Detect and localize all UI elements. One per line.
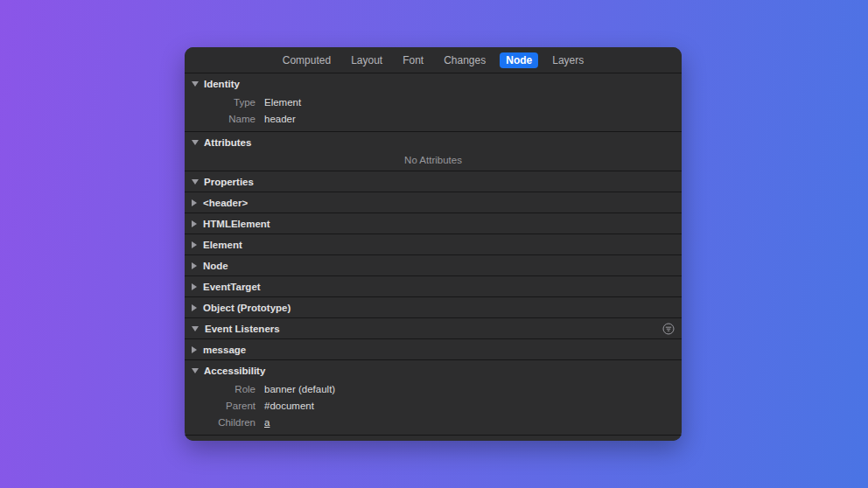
disclosure-triangle-right-icon — [192, 262, 197, 269]
accessibility-section-header[interactable]: Accessibility — [185, 360, 682, 380]
property-group-label: Object (Prototype) — [203, 303, 290, 313]
disclosure-triangle-right-icon — [192, 346, 197, 353]
tab-changes[interactable]: Changes — [438, 52, 492, 68]
accessibility-children-label: Children — [185, 417, 256, 428]
disclosure-triangle-right-icon — [192, 199, 197, 206]
properties-section-header[interactable]: Properties — [185, 171, 682, 192]
properties-section: Properties — [185, 171, 682, 192]
inspector-details-panel: Computed Layout Font Changes Node Layers… — [185, 47, 682, 441]
identity-type-value: Element — [264, 97, 301, 108]
event-listeners-section-title: Event Listeners — [205, 324, 280, 334]
disclosure-triangle-down-icon — [192, 81, 199, 87]
identity-section-title: Identity — [204, 79, 240, 89]
disclosure-triangle-right-icon — [192, 304, 197, 311]
event-listeners-filter-button[interactable] — [662, 322, 676, 336]
no-attributes-note: No Attributes — [185, 152, 682, 171]
disclosure-triangle-down-icon — [192, 179, 199, 185]
accessibility-role-row: Role banner (default) — [185, 380, 682, 397]
property-group-label: Element — [203, 240, 242, 250]
properties-section-title: Properties — [204, 177, 254, 187]
filter-options-icon — [662, 323, 675, 335]
event-listener-group-label: message — [203, 345, 246, 355]
tab-layers[interactable]: Layers — [546, 52, 590, 68]
accessibility-section-title: Accessibility — [204, 366, 265, 376]
attributes-section-title: Attributes — [204, 137, 251, 148]
identity-section: Identity Type Element Name header — [185, 73, 682, 132]
tab-layout[interactable]: Layout — [345, 52, 388, 68]
accessibility-role-label: Role — [185, 384, 256, 394]
property-group-node[interactable]: Node — [185, 255, 682, 276]
disclosure-triangle-right-icon — [192, 220, 197, 227]
accessibility-rows: Role banner (default) Parent #document C… — [185, 380, 682, 435]
identity-name-value: header — [264, 114, 296, 124]
property-group-label: EventTarget — [203, 282, 261, 292]
attributes-section-header[interactable]: Attributes — [185, 132, 682, 152]
event-listener-group-message[interactable]: message — [185, 339, 682, 360]
disclosure-triangle-right-icon — [192, 283, 197, 290]
identity-section-header[interactable]: Identity — [185, 73, 682, 94]
identity-type-row: Type Element — [185, 94, 682, 110]
property-group-label: <header> — [203, 198, 248, 208]
property-group-header-element[interactable]: <header> — [185, 192, 682, 213]
disclosure-triangle-down-icon — [192, 140, 199, 145]
identity-rows: Type Element Name header — [185, 94, 682, 131]
property-group-object-prototype[interactable]: Object (Prototype) — [185, 297, 682, 318]
accessibility-parent-value: #document — [264, 401, 314, 411]
attributes-section: Attributes No Attributes — [185, 132, 682, 171]
accessibility-parent-row: Parent #document — [185, 397, 682, 414]
tab-node[interactable]: Node — [500, 52, 538, 68]
details-tab-bar: Computed Layout Font Changes Node Layers — [185, 47, 682, 73]
identity-name-label: Name — [185, 114, 256, 124]
property-group-eventtarget[interactable]: EventTarget — [185, 276, 682, 297]
disclosure-triangle-down-icon — [192, 368, 199, 373]
accessibility-parent-label: Parent — [185, 401, 256, 411]
accessibility-section: Accessibility Role banner (default) Pare… — [185, 360, 682, 436]
accessibility-role-value: banner (default) — [264, 384, 335, 394]
property-group-label: Node — [203, 261, 228, 271]
property-group-htmlelement[interactable]: HTMLElement — [185, 213, 682, 234]
disclosure-triangle-right-icon — [192, 241, 197, 248]
identity-name-row: Name header — [185, 110, 682, 127]
property-group-element[interactable]: Element — [185, 234, 682, 255]
tab-computed[interactable]: Computed — [276, 52, 337, 68]
tab-font[interactable]: Font — [396, 52, 430, 68]
identity-type-label: Type — [185, 97, 256, 108]
property-group-label: HTMLElement — [203, 219, 270, 229]
panel-footer — [185, 436, 682, 441]
event-listeners-section-header[interactable]: Event Listeners — [185, 318, 682, 339]
disclosure-triangle-down-icon — [192, 326, 199, 331]
accessibility-children-row: Children a — [185, 414, 682, 430]
accessibility-children-link[interactable]: a — [264, 417, 270, 428]
